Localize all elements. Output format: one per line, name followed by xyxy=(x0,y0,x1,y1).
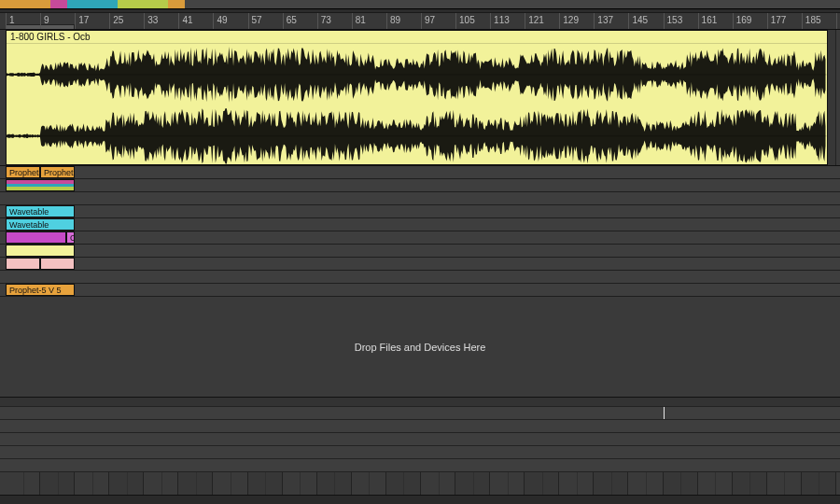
ruler-tick[interactable]: 81 xyxy=(352,13,366,29)
ruler-tick[interactable]: 17 xyxy=(75,13,89,29)
return-row[interactable] xyxy=(0,433,840,446)
midi-clip[interactable] xyxy=(6,258,40,270)
return-row[interactable] xyxy=(0,459,840,472)
track-row[interactable] xyxy=(0,179,840,192)
timeline-ruler[interactable]: 1917253341495765738189971051131211291371… xyxy=(0,13,840,30)
tracks-container: ProphetProphetWavetableWavetableCProphet… xyxy=(0,166,840,297)
midi-clip[interactable]: Wavetable xyxy=(6,218,75,231)
ruler-tick[interactable]: 33 xyxy=(144,13,158,29)
ruler-tick[interactable]: 113 xyxy=(490,13,510,29)
track-row[interactable] xyxy=(0,192,840,205)
track-row[interactable]: Wavetable xyxy=(0,218,840,231)
midi-clip[interactable]: C xyxy=(66,231,75,244)
track-row[interactable] xyxy=(0,271,840,284)
ruler-tick[interactable]: 89 xyxy=(386,13,400,29)
midi-clip[interactable] xyxy=(6,179,75,191)
ruler-tick[interactable]: 25 xyxy=(109,13,123,29)
scene-marker-icon[interactable] xyxy=(780,30,790,31)
overview-toolbar[interactable] xyxy=(0,0,840,13)
audio-track[interactable]: 1-800 GIRLS - Ocb xyxy=(0,30,840,166)
midi-clip[interactable]: Prophet-5 V 5 xyxy=(6,284,75,296)
midi-clip[interactable]: Wavetable xyxy=(6,205,75,217)
ruler-tick[interactable]: 177 xyxy=(767,13,787,29)
ruler-tick[interactable]: 97 xyxy=(421,13,435,29)
midi-clip[interactable] xyxy=(6,231,66,244)
track-row[interactable] xyxy=(0,258,840,271)
ruler-tick[interactable]: 153 xyxy=(664,13,683,29)
ruler-tick[interactable]: 185 xyxy=(802,13,821,29)
arrangement-view[interactable]: 1-800 GIRLS - Ocb ProphetProphetWavetabl… xyxy=(0,30,840,495)
track-row[interactable]: Wavetable xyxy=(0,205,840,218)
return-tracks xyxy=(0,398,840,472)
return-row[interactable] xyxy=(0,446,840,459)
midi-clip[interactable]: Prophet xyxy=(40,166,75,178)
ruler-tick[interactable]: 105 xyxy=(455,13,475,29)
track-row[interactable]: ProphetProphet xyxy=(0,166,840,179)
track-row[interactable] xyxy=(0,245,840,258)
midi-clip[interactable] xyxy=(6,245,75,257)
ruler-tick[interactable]: 161 xyxy=(698,13,718,29)
ruler-tick[interactable]: 129 xyxy=(559,13,579,29)
arrangement-overview-strip[interactable] xyxy=(0,0,840,9)
ruler-tick[interactable]: 121 xyxy=(525,13,544,29)
daw-window: 1917253341495765738189971051131211291371… xyxy=(0,0,840,504)
audio-clip[interactable]: 1-800 GIRLS - Ocb xyxy=(6,30,828,165)
ruler-tick[interactable]: 57 xyxy=(248,13,262,29)
ruler-tick[interactable]: 137 xyxy=(594,13,613,29)
horizontal-scrollbar[interactable] xyxy=(0,495,840,504)
drop-zone[interactable]: Drop Files and Devices Here xyxy=(0,297,840,398)
midi-clip[interactable]: Prophet xyxy=(6,166,40,178)
ruler-tick[interactable]: 49 xyxy=(213,13,227,29)
ruler-tick[interactable]: 145 xyxy=(628,13,648,29)
drop-zone-label: Drop Files and Devices Here xyxy=(355,342,486,353)
ruler-tick[interactable]: 9 xyxy=(40,13,49,29)
ruler-tick[interactable]: 65 xyxy=(283,13,297,29)
ruler-tick[interactable]: 1 xyxy=(6,13,15,29)
return-row[interactable] xyxy=(0,407,840,420)
ruler-tick[interactable]: 41 xyxy=(178,13,192,29)
return-spacer xyxy=(0,398,840,407)
midi-clip[interactable] xyxy=(40,258,75,270)
waveform xyxy=(7,44,827,165)
track-row[interactable]: Prophet-5 V 5 xyxy=(0,284,840,297)
return-row[interactable] xyxy=(0,420,840,433)
track-row[interactable]: C xyxy=(0,231,840,245)
audio-clip-title[interactable]: 1-800 GIRLS - Ocb xyxy=(7,31,827,44)
ruler-tick[interactable]: 169 xyxy=(733,13,752,29)
ruler-tick[interactable]: 193 xyxy=(836,13,840,29)
playhead[interactable] xyxy=(664,407,665,419)
ruler-tick[interactable]: 73 xyxy=(317,13,331,29)
